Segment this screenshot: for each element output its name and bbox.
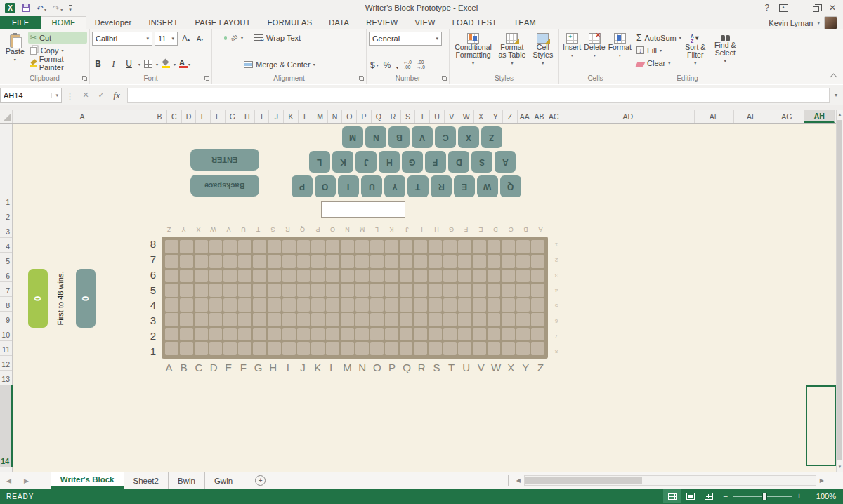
board-cell[interactable] (414, 240, 427, 253)
board-cell[interactable] (458, 240, 471, 253)
board-cell[interactable] (516, 240, 530, 253)
backspace-key[interactable]: Backspace (190, 175, 259, 197)
board-cell[interactable] (195, 298, 208, 312)
board-cell[interactable] (385, 298, 398, 312)
scroll-up-icon[interactable]: ▲ (837, 110, 843, 119)
board-cell[interactable] (414, 342, 427, 355)
column-header[interactable]: J (269, 110, 284, 123)
column-header[interactable]: W (459, 110, 474, 123)
select-all-corner[interactable] (0, 110, 13, 123)
insert-cells-button[interactable]: Insert ▾ (561, 32, 582, 72)
tab-file[interactable]: FILE (0, 16, 41, 29)
conditional-formatting-button[interactable]: Conditional Formatting ▾ (452, 32, 495, 72)
board-cell[interactable] (385, 284, 398, 297)
column-header[interactable]: P (357, 110, 372, 123)
board-cell[interactable] (326, 313, 339, 326)
tab-home[interactable]: HOME (41, 16, 86, 29)
board-cell[interactable] (516, 342, 530, 355)
board-cell[interactable] (165, 270, 178, 283)
chevron-down-icon[interactable]: ▾ (138, 62, 140, 67)
keyboard-key[interactable]: D (448, 151, 469, 173)
cut-button[interactable]: Cut (28, 32, 87, 44)
board-cell[interactable] (311, 270, 325, 283)
board-cell[interactable] (516, 270, 530, 283)
board-cell[interactable] (297, 255, 311, 268)
board-cell[interactable] (443, 313, 457, 326)
column-header[interactable]: AD (561, 110, 695, 123)
board-cell[interactable] (268, 255, 281, 268)
find-select-button[interactable]: Find & Select ▾ (710, 32, 740, 72)
board-cell[interactable] (516, 298, 530, 312)
board-cell[interactable] (268, 313, 281, 326)
board-cell[interactable] (429, 328, 442, 341)
board-cell[interactable] (531, 284, 544, 297)
decrease-decimal-icon[interactable] (417, 60, 425, 69)
board-cell[interactable] (370, 255, 384, 268)
board-cell[interactable] (458, 284, 471, 297)
board-cell[interactable] (209, 342, 223, 355)
board-cell[interactable] (429, 270, 442, 283)
row-header[interactable]: 9 (0, 312, 12, 326)
paste-button[interactable]: Paste ▾ (2, 32, 28, 72)
shrink-font-icon[interactable] (194, 32, 206, 45)
board-cell[interactable] (531, 342, 544, 355)
font-dialog-launcher-icon[interactable] (204, 76, 210, 81)
orientation-icon[interactable]: ab (226, 30, 241, 45)
board-cell[interactable] (195, 342, 208, 355)
board-cell[interactable] (531, 298, 544, 312)
tab-view[interactable]: VIEW (406, 16, 443, 29)
board-cell[interactable] (180, 313, 193, 326)
board-cell[interactable] (516, 313, 530, 326)
zoom-slider-thumb[interactable] (762, 493, 767, 500)
tab-team[interactable]: TEAM (505, 16, 544, 29)
board-cell[interactable] (165, 298, 178, 312)
decrease-indent-icon[interactable] (229, 62, 232, 67)
board-cell[interactable] (238, 255, 251, 268)
keyboard-key[interactable]: B (388, 126, 410, 148)
column-header[interactable]: K (284, 110, 299, 123)
board-cell[interactable] (400, 240, 413, 253)
scroll-down-icon[interactable]: ▼ (837, 462, 843, 472)
board-cell[interactable] (209, 255, 223, 268)
column-header[interactable]: M (313, 110, 328, 123)
number-dialog-launcher-icon[interactable] (442, 76, 447, 81)
board-cell[interactable] (370, 342, 384, 355)
column-header[interactable]: A (13, 110, 152, 123)
comma-style-button[interactable]: , (396, 60, 398, 70)
minimize-icon[interactable]: – (798, 3, 803, 13)
board-cell[interactable] (502, 270, 515, 283)
board-cell[interactable] (473, 342, 486, 355)
cell-styles-button[interactable]: Cell Styles ▾ (530, 32, 556, 72)
board-cell[interactable] (429, 240, 442, 253)
board-cell[interactable] (238, 270, 251, 283)
board-cell[interactable] (209, 284, 223, 297)
restore-icon[interactable] (813, 6, 819, 12)
sheet-tab-active[interactable]: Writer's Block (51, 472, 124, 489)
board-cell[interactable] (370, 298, 384, 312)
board-cell[interactable] (282, 328, 296, 341)
borders-icon[interactable] (144, 60, 152, 68)
ribbon-display-options-icon[interactable] (779, 4, 788, 12)
column-header[interactable]: F (211, 110, 226, 123)
board-cell[interactable] (443, 328, 457, 341)
board-cell[interactable] (341, 270, 354, 283)
accounting-format-button[interactable]: $ (370, 60, 375, 70)
column-header[interactable]: AE (695, 110, 734, 123)
column-header[interactable]: T (415, 110, 430, 123)
row-header[interactable]: 10 (0, 326, 12, 341)
selected-cell-outline[interactable] (806, 385, 836, 466)
board-cell[interactable] (311, 313, 325, 326)
board-cell[interactable] (297, 342, 311, 355)
column-header[interactable]: Y (488, 110, 503, 123)
board-cell[interactable] (473, 313, 486, 326)
keyboard-key[interactable]: Z (481, 126, 502, 148)
column-header[interactable]: H (240, 110, 255, 123)
board-cell[interactable] (385, 255, 398, 268)
keyboard-key[interactable]: G (402, 151, 423, 173)
board-cell[interactable] (311, 240, 325, 253)
board-cell[interactable] (341, 298, 354, 312)
keyboard-key[interactable]: X (458, 126, 479, 148)
column-header[interactable]: S (401, 110, 416, 123)
tab-scroll-split[interactable] (508, 475, 513, 486)
keyboard-key[interactable]: V (412, 126, 433, 148)
